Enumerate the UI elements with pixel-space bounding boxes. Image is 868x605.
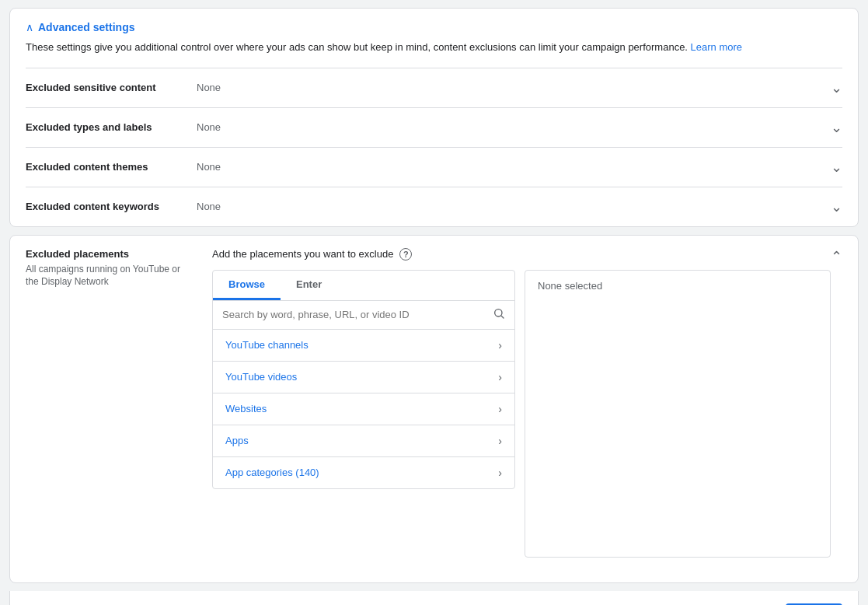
footer-actions: Cancel Save: [9, 591, 859, 606]
accordion-label-sensitive: Excluded sensitive content: [26, 82, 197, 93]
placement-item-label-app-categories: App categories (140): [225, 467, 319, 478]
placement-item-app-categories[interactable]: App categories (140) ›: [213, 457, 514, 488]
chevron-right-icon-youtube-videos: ›: [498, 371, 502, 383]
placements-subtitle-part1: All campaigns running on YouTube or: [26, 264, 180, 275]
placements-top: Excluded placements All campaigns runnin…: [26, 248, 842, 558]
description-text: These settings give you additional contr…: [26, 40, 842, 55]
tab-enter[interactable]: Enter: [281, 271, 337, 300]
tabs-row: Browse Enter: [213, 271, 514, 301]
accordion-row-themes[interactable]: Excluded content themes None ⌄: [26, 148, 842, 187]
placement-item-label-websites: Websites: [225, 403, 267, 414]
accordion-row-sensitive[interactable]: Excluded sensitive content None ⌄: [26, 68, 842, 108]
none-selected-text: None selected: [538, 280, 602, 292]
placement-item-apps[interactable]: Apps ›: [213, 425, 514, 457]
placement-item-websites[interactable]: Websites ›: [213, 393, 514, 425]
chevron-up-icon: ∧: [26, 21, 33, 33]
placement-item-label-youtube-channels: YouTube channels: [225, 339, 309, 351]
placements-right: Add the placements you want to exclude ?…: [212, 248, 831, 558]
chevron-right-icon-app-categories: ›: [498, 467, 502, 479]
browse-panel: Browse Enter: [212, 270, 515, 489]
learn-more-link[interactable]: Learn more: [691, 41, 742, 53]
section-header: ∧ Advanced settings: [26, 21, 842, 33]
chevron-right-icon-websites: ›: [498, 403, 502, 415]
accordion-value-keywords: None: [197, 201, 831, 212]
placement-list: YouTube channels › YouTube videos › Webs…: [213, 330, 514, 488]
placements-subtitle-part2: the Display Network: [26, 276, 109, 287]
placement-item-youtube-channels[interactable]: YouTube channels ›: [213, 330, 514, 362]
search-input[interactable]: [222, 309, 486, 320]
accordion-row-keywords[interactable]: Excluded content keywords None ⌄: [26, 187, 842, 226]
placements-subtitle: All campaigns running on YouTube or the …: [26, 263, 197, 289]
accordion-label-types: Excluded types and labels: [26, 121, 197, 133]
accordion-value-types: None: [197, 121, 831, 133]
advanced-settings-section: ∧ Advanced settings These settings give …: [9, 8, 859, 227]
excluded-placements-section: Excluded placements All campaigns runnin…: [9, 235, 859, 583]
tab-browse[interactable]: Browse: [213, 271, 281, 300]
collapse-icon[interactable]: ⌃: [831, 248, 842, 265]
accordion-rows: Excluded sensitive content None ⌄ Exclud…: [26, 68, 842, 226]
selected-panel: None selected: [525, 270, 831, 558]
search-row: [213, 301, 514, 330]
page-container: ∧ Advanced settings These settings give …: [0, 8, 868, 605]
svg-line-1: [501, 316, 504, 318]
accordion-value-sensitive: None: [197, 82, 831, 93]
placements-add-label: Add the placements you want to exclude: [212, 248, 393, 260]
placement-item-label-youtube-videos: YouTube videos: [225, 371, 297, 383]
accordion-label-keywords: Excluded content keywords: [26, 201, 197, 212]
accordion-row-types[interactable]: Excluded types and labels None ⌄: [26, 108, 842, 148]
chevron-down-icon-types: ⌄: [831, 119, 842, 136]
chevron-right-icon-apps: ›: [498, 435, 502, 447]
placement-item-youtube-videos[interactable]: YouTube videos ›: [213, 362, 514, 393]
placements-header-row: Add the placements you want to exclude ?: [212, 248, 831, 261]
chevron-down-icon-keywords: ⌄: [831, 198, 842, 215]
chevron-right-icon-youtube-channels: ›: [498, 339, 502, 351]
placements-title: Excluded placements: [26, 248, 197, 260]
placements-left: Excluded placements All campaigns runnin…: [26, 248, 197, 289]
placement-item-label-apps: Apps: [225, 435, 249, 446]
chevron-down-icon-sensitive: ⌄: [831, 79, 842, 96]
browse-enter-container: Browse Enter: [212, 270, 831, 558]
accordion-value-themes: None: [197, 161, 831, 173]
svg-point-0: [495, 309, 502, 316]
advanced-settings-title[interactable]: Advanced settings: [38, 21, 134, 33]
info-icon[interactable]: ?: [399, 248, 412, 261]
search-icon: [493, 307, 505, 323]
accordion-label-themes: Excluded content themes: [26, 161, 197, 173]
chevron-down-icon-themes: ⌄: [831, 159, 842, 176]
